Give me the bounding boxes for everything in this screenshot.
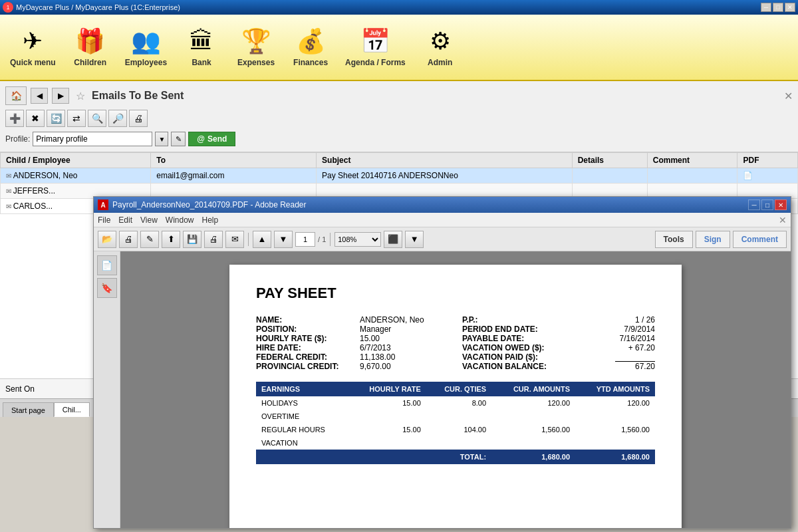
pdf-table-row: VACATION xyxy=(256,436,655,450)
send-button[interactable]: @ Send xyxy=(188,132,235,146)
delete-button[interactable]: ✖ xyxy=(26,110,45,127)
adobe-app-icon: A xyxy=(98,200,108,210)
forward-button[interactable]: ▶ xyxy=(52,88,69,104)
pdf-vacationbalance-label: VACATION BALANCE: xyxy=(462,362,562,371)
pdf-periodend-label: PERIOD END DATE: xyxy=(462,325,562,334)
earnings-cur-amounts: 1,560.00 xyxy=(491,423,575,436)
earnings-cur-qties: 104.00 xyxy=(426,423,491,436)
adobe-close-button[interactable]: ✕ xyxy=(775,200,787,210)
pdf-vacationpaid-label: VACATION PAID ($): xyxy=(462,352,562,362)
adobe-title: Payroll_AndersonNeo_20140709.PDF - Adobe… xyxy=(112,200,748,209)
earnings-name: VACATION xyxy=(256,436,348,450)
pdf-payabledate-label: PAYABLE DATE: xyxy=(462,334,562,343)
row-subject: Pay Sheet 20140716 ANDERSONNeo xyxy=(317,168,573,184)
save-button[interactable]: 💾 xyxy=(183,231,201,248)
earnings-ytd-amounts xyxy=(575,436,655,450)
page-number-input[interactable] xyxy=(295,232,315,247)
title-bar: 1 MyDaycare Plus / MyDaycare Plus (1C:En… xyxy=(0,0,798,15)
zoom-in-button[interactable]: 🔎 xyxy=(108,110,127,127)
window-controls[interactable]: ─ □ ✕ xyxy=(761,3,795,12)
adobe-minimize-button[interactable]: ─ xyxy=(748,200,760,210)
nav-children-label: Children xyxy=(74,58,106,67)
pdf-position-value: Manager xyxy=(360,325,391,334)
earnings-ytd-amounts: 120.00 xyxy=(575,396,655,410)
nav-expenses[interactable]: 🏆 Expenses xyxy=(229,17,283,77)
open-button[interactable]: 📂 xyxy=(98,231,116,248)
earnings-name: HOLIDAYS xyxy=(256,396,348,410)
duplicate-button[interactable]: ⇄ xyxy=(67,110,86,127)
back-button[interactable]: ◀ xyxy=(31,88,48,104)
adobe-content[interactable]: PAY SHEET NAME: ANDERSON, Neo POSITION: … xyxy=(120,251,791,528)
earnings-name: OVERTIME xyxy=(256,410,348,423)
app-icon: 1 xyxy=(3,2,13,13)
expenses-icon: 🏆 xyxy=(241,27,271,55)
menu-view[interactable]: View xyxy=(140,215,158,225)
menu-file[interactable]: File xyxy=(98,215,110,225)
profile-edit-button[interactable]: ✎ xyxy=(171,132,186,146)
email-icon: ✉ xyxy=(6,172,13,180)
bookmark-icon[interactable]: ☆ xyxy=(76,90,85,102)
adobe-restore-button[interactable]: □ xyxy=(761,200,773,210)
print-preview-button[interactable]: 🖨 xyxy=(119,231,138,248)
adobe-menu-bar: File Edit View Window Help ✕ xyxy=(94,213,791,227)
toolbar-separator-2 xyxy=(330,233,331,246)
nav-admin[interactable]: ⚙ Admin xyxy=(414,17,467,77)
restore-button[interactable]: □ xyxy=(773,3,783,12)
col-pdf: PDF xyxy=(737,153,798,168)
nav-children[interactable]: 🎁 Children xyxy=(64,17,117,77)
close-button[interactable]: ✕ xyxy=(785,3,795,12)
th-cur-amounts: CUR. AMOUNTS xyxy=(491,382,575,396)
zoom-select[interactable]: 108% 100% 75% xyxy=(334,232,381,247)
table-row[interactable]: ✉ ANDERSON, Neo email1@gmail.com Pay She… xyxy=(1,168,798,184)
pdf-hourlyrate-value: 15.00 xyxy=(360,334,380,343)
nav-finances[interactable]: 💰 Finances xyxy=(284,17,337,77)
page-header: 🏠 ◀ ▶ ☆ Emails To Be Sent ✕ xyxy=(5,84,793,108)
pdf-payabledate-value: 7/16/2014 xyxy=(620,334,655,343)
send-icon: @ xyxy=(197,134,205,144)
pdf-pp-value: 1 / 26 xyxy=(635,315,655,325)
zoom-options-button[interactable]: ▼ xyxy=(405,231,424,248)
print-button[interactable]: 🖨 xyxy=(204,231,223,248)
sidebar-bookmark-button[interactable]: 🔖 xyxy=(97,278,117,298)
menu-window[interactable]: Window xyxy=(166,215,194,225)
total-label xyxy=(256,450,348,464)
nav-quick-menu[interactable]: ✈ Quick menu xyxy=(3,17,63,77)
prev-page-button[interactable]: ▲ xyxy=(253,231,271,248)
earnings-ytd-amounts: 1,560.00 xyxy=(575,423,655,436)
tab-child-employee[interactable]: Chil... xyxy=(54,402,90,417)
email-button[interactable]: ✉ xyxy=(225,231,244,248)
next-page-button[interactable]: ▼ xyxy=(274,231,293,248)
print-button[interactable]: 🖨 xyxy=(129,110,148,127)
adobe-panel-close[interactable]: ✕ xyxy=(779,215,787,225)
col-to: To xyxy=(151,153,317,168)
home-button[interactable]: 🏠 xyxy=(5,86,27,105)
pdf-page: PAY SHEET NAME: ANDERSON, Neo POSITION: … xyxy=(229,265,682,528)
menu-edit[interactable]: Edit xyxy=(118,215,132,225)
nav-bank[interactable]: 🏛 Bank xyxy=(175,17,228,77)
pdf-table-row: OVERTIME xyxy=(256,410,655,423)
nav-employees[interactable]: 👥 Employees xyxy=(118,17,174,77)
edit-tool-button[interactable]: ✎ xyxy=(140,231,159,248)
tools-button[interactable]: Tools xyxy=(655,231,693,248)
adobe-window-controls[interactable]: ─ □ ✕ xyxy=(748,200,787,210)
add-button[interactable]: ➕ xyxy=(5,110,24,127)
menu-help[interactable]: Help xyxy=(202,215,219,225)
find-button[interactable]: 🔍 xyxy=(88,110,106,127)
row-email: email1@gmail.com xyxy=(151,168,317,184)
zoom-fit-button[interactable]: ⬛ xyxy=(384,231,402,248)
upload-button[interactable]: ⬆ xyxy=(162,231,180,248)
col-details: Details xyxy=(572,153,647,168)
pdf-title: PAY SHEET xyxy=(256,285,655,302)
close-page-button[interactable]: ✕ xyxy=(784,90,793,102)
tab-start-page[interactable]: Start page xyxy=(3,402,54,417)
action-bar: ➕ ✖ 🔄 ⇄ 🔍 🔎 🖨 xyxy=(5,108,793,129)
profile-dropdown-button[interactable]: ▼ xyxy=(155,132,168,146)
sidebar-pages-button[interactable]: 📄 xyxy=(97,255,117,275)
minimize-button[interactable]: ─ xyxy=(761,3,771,12)
col-subject: Subject xyxy=(317,153,573,168)
nav-agenda[interactable]: 📅 Agenda / Forms xyxy=(338,17,412,77)
sign-button[interactable]: Sign xyxy=(696,231,730,248)
comment-button[interactable]: Comment xyxy=(733,231,787,248)
refresh-button[interactable]: 🔄 xyxy=(47,110,65,127)
profile-input[interactable] xyxy=(33,132,152,146)
